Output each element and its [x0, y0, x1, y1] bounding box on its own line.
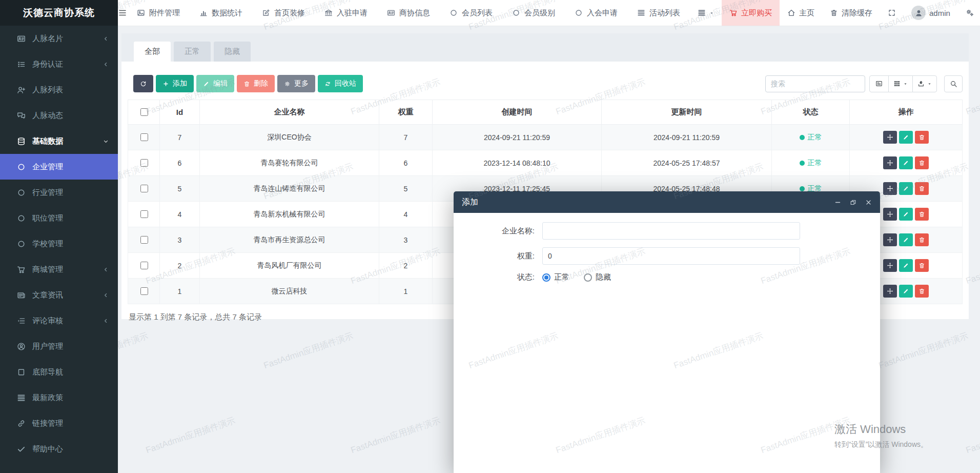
- toolbar-recycle-bin-button[interactable]: 回收站: [318, 75, 363, 92]
- radio-option-status-1[interactable]: 隐藏: [584, 272, 611, 282]
- sidebar-nav: 人脉名片身份认证人脉列表人脉动态基础数据企业管理行业管理职位管理学校管理商城管理…: [0, 26, 118, 462]
- row-move-button[interactable]: [883, 259, 897, 272]
- row-checkbox[interactable]: [140, 210, 148, 218]
- sidebar-item-contact-list[interactable]: 人脉列表: [0, 77, 118, 103]
- close-icon[interactable]: [865, 199, 872, 206]
- nav-item-data-statistics[interactable]: 数据统计: [190, 0, 252, 26]
- topnav-right: 立即购买 主页 清除缓存 admin: [690, 0, 980, 26]
- row-delete-button[interactable]: [915, 208, 929, 221]
- columns-dropdown-button[interactable]: [888, 75, 913, 92]
- sidebar-item-mall-management[interactable]: 商城管理: [0, 257, 118, 282]
- cart-icon: [729, 9, 738, 17]
- barsbold-icon: [17, 393, 26, 402]
- row-edit-button[interactable]: [899, 182, 913, 195]
- row-delete-button[interactable]: [915, 182, 929, 195]
- nav-item-attachment-management[interactable]: 附件管理: [127, 0, 190, 26]
- radio-option-status-0[interactable]: 正常: [542, 272, 569, 282]
- nav-item-activity-list[interactable]: 活动列表: [627, 0, 690, 26]
- sidebar-item-company-management[interactable]: 企业管理: [0, 154, 118, 180]
- toggle-view-button[interactable]: [869, 75, 889, 92]
- dialog-header[interactable]: 添加: [454, 191, 880, 213]
- radio-checked-icon[interactable]: [542, 273, 550, 282]
- tab-hidden[interactable]: 隐藏: [214, 42, 251, 62]
- row-edit-button[interactable]: [899, 208, 913, 221]
- sidebar-item-user-management[interactable]: 用户管理: [0, 333, 118, 359]
- row-checkbox[interactable]: [140, 159, 148, 167]
- row-move-button[interactable]: [883, 208, 897, 221]
- row-move-button[interactable]: [883, 156, 897, 169]
- sidebar-item-contact-news[interactable]: 人脉动态: [0, 103, 118, 128]
- cart-icon: [17, 265, 26, 274]
- row-checkbox[interactable]: [140, 185, 148, 192]
- sidebar-item-school-management[interactable]: 学校管理: [0, 231, 118, 257]
- top-navbar: 附件管理数据统计首页装修入驻申请商协信息会员列表会员级别入会申请活动列表 立即购…: [118, 0, 980, 26]
- nav-item-association-info[interactable]: 商协信息: [377, 0, 440, 26]
- nav-item-join-application[interactable]: 入会申请: [565, 0, 627, 26]
- sidebar-item-industry-management[interactable]: 行业管理: [0, 180, 118, 205]
- toolbar-add-button[interactable]: 添加: [156, 75, 194, 92]
- row-delete-button[interactable]: [915, 156, 929, 169]
- row-checkbox[interactable]: [140, 262, 148, 269]
- demo-watermark: FastAdmin应用插件演示: [118, 330, 150, 371]
- sidebar-toggle-button[interactable]: [118, 0, 127, 26]
- sidebar-item-help-center[interactable]: 帮助中心: [0, 436, 118, 462]
- sidebar-item-comment-review[interactable]: 评论审核: [0, 308, 118, 333]
- row-edit-button[interactable]: [899, 131, 913, 144]
- cell-name: 青岛赛轮有限公司: [200, 150, 379, 176]
- sidebar-item-contact-card[interactable]: 人脉名片: [0, 26, 118, 51]
- row-delete-button[interactable]: [915, 259, 929, 272]
- buy-now-button[interactable]: 立即购买: [722, 0, 780, 26]
- export-dropdown-button[interactable]: [912, 75, 937, 92]
- sidebar-item-position-management[interactable]: 职位管理: [0, 205, 118, 231]
- topbar-menu-toggle[interactable]: [690, 0, 722, 26]
- homepage-link[interactable]: 主页: [780, 0, 822, 26]
- minimize-icon[interactable]: [834, 199, 841, 206]
- trash-icon: [243, 81, 250, 87]
- menu-list-icon: [698, 9, 706, 17]
- user-menu[interactable]: admin: [904, 0, 958, 26]
- nav-item-member-level[interactable]: 会员级别: [502, 0, 565, 26]
- row-move-button[interactable]: [883, 182, 897, 195]
- app-logo[interactable]: 沃德云商协系统: [0, 0, 118, 26]
- row-move-button[interactable]: [883, 285, 897, 298]
- row-move-button[interactable]: [883, 131, 897, 144]
- tab-normal[interactable]: 正常: [174, 42, 211, 62]
- row-move-button[interactable]: [883, 233, 897, 246]
- toolbar-delete-button[interactable]: 删除: [237, 75, 275, 92]
- search-input[interactable]: [765, 75, 865, 92]
- row-checkbox[interactable]: [140, 287, 148, 295]
- weight-field[interactable]: [542, 247, 800, 265]
- row-delete-button[interactable]: [915, 233, 929, 246]
- row-checkbox[interactable]: [140, 133, 148, 141]
- fullscreen-toggle-button[interactable]: [880, 0, 904, 26]
- sidebar-item-link-management[interactable]: 链接管理: [0, 410, 118, 436]
- row-delete-button[interactable]: [915, 131, 929, 144]
- toolbar-refresh-button[interactable]: [133, 75, 153, 92]
- clear-cache-button[interactable]: 清除缓存: [822, 0, 880, 26]
- toolbar-more-button[interactable]: 更多: [277, 75, 315, 92]
- form-row-weight: 权重:: [454, 247, 880, 265]
- settings-button[interactable]: [958, 0, 980, 26]
- row-delete-button[interactable]: [915, 285, 929, 298]
- row-checkbox[interactable]: [140, 236, 148, 244]
- nav-item-settle-application[interactable]: 入驻申请: [315, 0, 377, 26]
- toolbar-edit-button[interactable]: 编辑: [196, 75, 234, 92]
- company-name-field[interactable]: [542, 222, 800, 240]
- table-search-button[interactable]: [944, 75, 963, 92]
- row-edit-button[interactable]: [899, 156, 913, 169]
- tab-all[interactable]: 全部: [134, 42, 171, 62]
- select-all-checkbox[interactable]: [140, 108, 148, 116]
- radio-unchecked-icon[interactable]: [584, 273, 592, 282]
- sidebar-item-latest-policy[interactable]: 最新政策: [0, 385, 118, 410]
- nav-item-home-decoration[interactable]: 首页装修: [252, 0, 315, 26]
- row-select-cell: [128, 253, 160, 279]
- maximize-icon[interactable]: [850, 199, 856, 206]
- sidebar-item-article-news[interactable]: 文章资讯: [0, 282, 118, 308]
- row-edit-button[interactable]: [899, 259, 913, 272]
- sidebar-item-identity-auth[interactable]: 身份认证: [0, 51, 118, 77]
- nav-item-member-list[interactable]: 会员列表: [440, 0, 502, 26]
- row-edit-button[interactable]: [899, 285, 913, 298]
- sidebar-item-bottom-navigation[interactable]: 底部导航: [0, 359, 118, 385]
- row-edit-button[interactable]: [899, 233, 913, 246]
- sidebar-item-base-data[interactable]: 基础数据: [0, 128, 118, 154]
